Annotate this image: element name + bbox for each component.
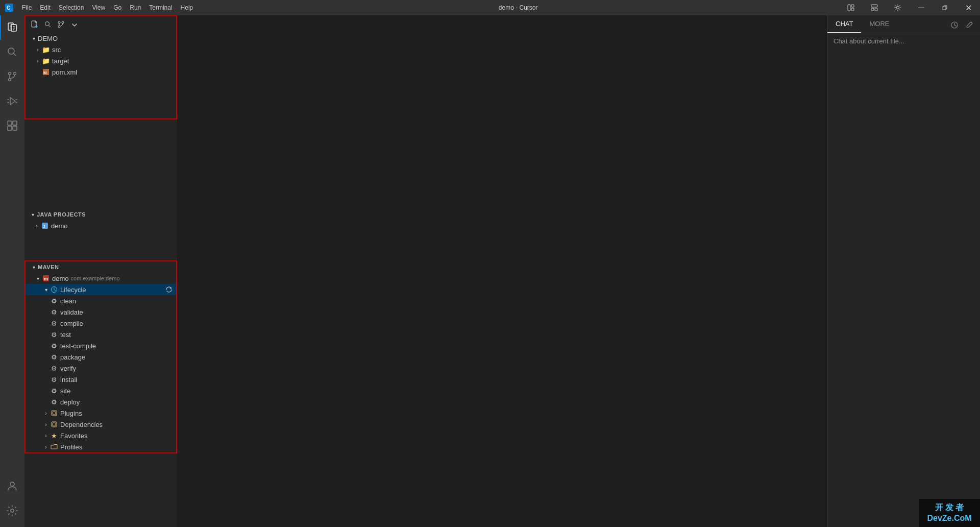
layout2-btn[interactable] [863,0,886,15]
svg-point-8 [897,7,899,9]
maven-plugins[interactable]: › Plugins [26,408,176,419]
chat-tab-chat[interactable]: CHAT [827,15,861,33]
chat-history-btn[interactable] [948,19,961,33]
restore-btn[interactable] [933,0,957,15]
src-folder[interactable]: › 📁 src [26,44,176,55]
java-projects-header[interactable]: ▾ JAVA PROJECTS [24,209,177,220]
chat-tab-more[interactable]: MORE [861,15,897,33]
explorer-section: ▾ DEMO › 📁 src › 📁 target › [24,15,177,119]
gear-icon-validate: ⚙ [50,308,58,316]
target-folder[interactable]: › 📁 target [26,55,176,66]
svg-point-15 [9,79,11,81]
java-projects-title: JAVA PROJECTS [37,211,86,218]
settings-titlebar-btn[interactable] [886,0,910,15]
test-compile-label: test-compile [60,342,96,350]
maven-favorites[interactable]: › ★ Favorites [26,430,176,441]
svg-point-25 [62,21,64,23]
clean-label: clean [60,297,76,305]
menu-go[interactable]: Go [109,0,126,15]
activity-accounts[interactable] [0,474,24,498]
lifecycle-test[interactable]: ⚙ test [26,329,176,340]
menu-selection[interactable]: Selection [55,0,88,15]
demo-root-item[interactable]: ▾ DEMO [26,33,176,44]
source-control-btn[interactable] [56,19,66,30]
lifecycle-clean[interactable]: ⚙ clean [26,295,176,306]
demo-expand-arrow: ▾ [30,34,38,42]
activity-extensions[interactable] [0,113,24,138]
lifecycle-install[interactable]: ⚙ install [26,374,176,385]
java-projects-arrow: ▾ [29,210,37,219]
chat-header-actions [948,19,980,33]
lifecycle-deploy[interactable]: ⚙ deploy [26,396,176,408]
activity-explorer[interactable] [0,15,24,40]
profiles-folder-icon [50,443,58,451]
menu-run[interactable]: Run [126,0,145,15]
lifecycle-icon [50,285,58,294]
new-file-btn[interactable] [30,19,40,30]
lifecycle-compile[interactable]: ⚙ compile [26,318,176,329]
watermark-text: 开 发 者DevZe.CoM [927,502,971,524]
maven-section: ▾ MAVEN ▾ m demo com.example:demo [24,260,177,453]
svg-point-13 [9,73,11,75]
dependencies-label: Dependencies [60,421,103,428]
package-label: package [60,353,85,361]
activity-settings[interactable] [0,498,24,523]
maven-lifecycle[interactable]: ▾ Lifecycle [26,284,176,295]
svg-point-23 [45,22,50,26]
svg-rect-6 [871,8,874,11]
svg-rect-2 [848,5,850,11]
menu-file[interactable]: File [18,0,36,15]
maven-demo-artifact: com.example:demo [71,275,120,281]
maven-demo-root[interactable]: ▾ m demo com.example:demo [26,273,176,284]
svg-rect-4 [851,8,854,11]
lifecycle-refresh-btn[interactable] [164,284,174,295]
lifecycle-site[interactable]: ⚙ site [26,385,176,396]
demo-java-label: demo [51,222,68,230]
svg-rect-5 [871,5,877,7]
pom-xml-file[interactable]: › M pom.xml [26,66,176,78]
maven-expand-arrow: ▾ [30,263,38,271]
minimize-btn[interactable]: ─ [910,0,933,15]
gear-icon-verify: ⚙ [50,364,58,372]
menu-edit[interactable]: Edit [36,0,55,15]
explorer-header[interactable] [26,16,176,33]
editor-area [178,15,827,527]
activity-source-control[interactable] [0,64,24,89]
svg-rect-17 [13,121,17,125]
menu-view[interactable]: View [88,0,109,15]
folder-icon-target: 📁 [42,57,50,65]
svg-text:M: M [43,70,47,75]
more-actions-btn[interactable] [69,19,80,30]
between-sections-spacer [24,119,177,209]
compile-label: compile [60,320,83,327]
maven-profiles[interactable]: › Profiles [26,441,176,452]
plugins-label: Plugins [60,410,82,417]
svg-rect-18 [8,126,12,130]
chat-compose-btn[interactable] [964,19,976,33]
menu-help[interactable]: Help [177,0,198,15]
demo-section-spacer [26,78,176,118]
close-btn[interactable]: ✕ [957,0,980,15]
lifecycle-verify[interactable]: ⚙ verify [26,363,176,374]
svg-point-20 [10,482,14,486]
dependencies-icon [50,420,58,428]
maven-header[interactable]: ▾ MAVEN [26,261,176,273]
demo-java-project[interactable]: › J demo [24,220,177,231]
svg-rect-19 [13,126,17,130]
java-projects-section: ▾ JAVA PROJECTS › J demo [24,209,177,259]
lifecycle-validate[interactable]: ⚙ validate [26,306,176,318]
svg-rect-35 [53,412,56,415]
menu-terminal[interactable]: Terminal [145,0,176,15]
layout-btn[interactable] [839,0,863,15]
svg-point-26 [58,26,60,28]
activity-bar [0,15,24,527]
activity-search[interactable] [0,40,24,64]
favorites-arrow: › [42,432,50,440]
maven-dependencies[interactable]: › Dependencies [26,419,176,430]
lifecycle-package[interactable]: ⚙ package [26,351,176,363]
target-label: target [52,57,69,65]
lifecycle-test-compile[interactable]: ⚙ test-compile [26,340,176,351]
src-expand-arrow: › [34,45,42,54]
search-in-files-btn[interactable] [43,19,53,30]
activity-run-debug[interactable] [0,89,24,113]
